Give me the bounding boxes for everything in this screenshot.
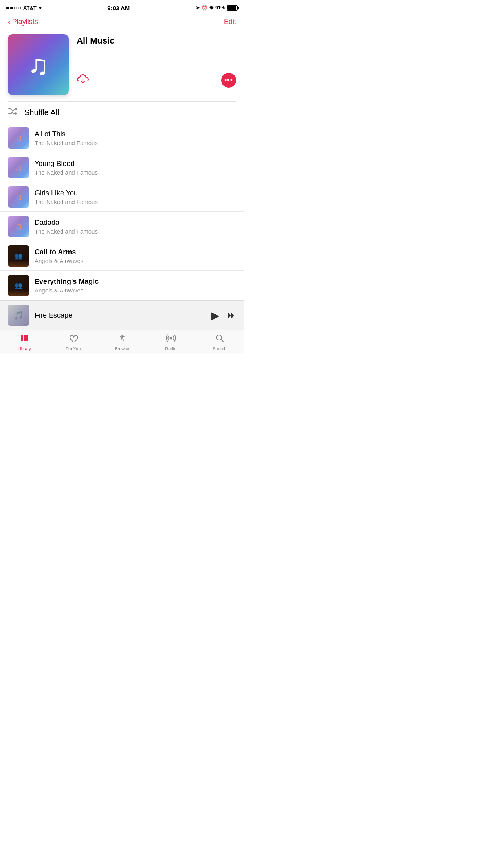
playlist-title: All Music xyxy=(77,36,236,46)
tab-radio-label: Radio xyxy=(165,346,176,351)
svg-point-4 xyxy=(170,337,172,339)
song-artist: The Naked and Famous xyxy=(35,140,236,146)
dot-4 xyxy=(18,7,21,9)
svg-rect-1 xyxy=(24,335,26,341)
carrier-label: AT&T xyxy=(23,5,37,11)
status-bar: AT&T ▾ 9:03 AM ➤ ⏰ ✷ 91% xyxy=(0,0,244,14)
song-item[interactable]: ♫ Girls Like You The Naked and Famous xyxy=(0,182,244,212)
status-right: ➤ ⏰ ✷ 91% xyxy=(196,5,238,11)
heart-icon xyxy=(68,333,78,345)
song-item[interactable]: 👥 Call to Arms Angels & Airwaves xyxy=(0,241,244,271)
battery-percent: 91% xyxy=(215,5,225,11)
song-item[interactable]: ♫ Dadada The Naked and Famous xyxy=(0,212,244,241)
back-chevron-icon: ‹ xyxy=(8,17,11,26)
music-note-icon: ♫ xyxy=(15,132,22,143)
search-icon xyxy=(215,333,224,345)
playlist-info: All Music ••• xyxy=(77,34,236,88)
song-artwork: ♫ xyxy=(8,216,29,237)
more-options-button[interactable]: ••• xyxy=(221,73,236,88)
download-button[interactable] xyxy=(77,74,89,87)
back-button[interactable]: ‹ Playlists xyxy=(8,17,38,26)
song-info: Everything's Magic Angels & Airwaves xyxy=(35,278,236,294)
tab-for-you[interactable]: For You xyxy=(49,333,97,351)
song-info: All of This The Naked and Famous xyxy=(35,130,236,146)
song-title: Young Blood xyxy=(35,160,236,168)
shuffle-all-row[interactable]: Shuffle All xyxy=(0,102,244,123)
song-list: ♫ All of This The Naked and Famous ♫ You… xyxy=(0,123,244,300)
tab-bar: Library For You Browse xyxy=(0,330,244,353)
song-artwork: ♫ xyxy=(8,186,29,208)
dot-1 xyxy=(6,7,9,9)
album-art-figures: 👥 xyxy=(15,282,22,289)
battery-fill xyxy=(227,6,236,10)
playlist-actions: ••• xyxy=(77,73,236,88)
dot-3 xyxy=(14,7,17,9)
song-artist: The Naked and Famous xyxy=(35,228,236,235)
tab-for-you-label: For You xyxy=(66,346,81,351)
now-playing-controls: ▶ ⏭ xyxy=(211,309,236,322)
playlist-header: ♫ All Music ••• xyxy=(0,31,244,101)
tab-library-label: Library xyxy=(18,346,31,351)
song-info: Call to Arms Angels & Airwaves xyxy=(35,248,236,264)
more-dots-icon: ••• xyxy=(224,76,233,85)
play-button[interactable]: ▶ xyxy=(211,309,220,322)
tab-browse-label: Browse xyxy=(115,346,129,351)
status-time: 9:03 AM xyxy=(107,5,130,11)
svg-rect-2 xyxy=(26,335,28,341)
now-playing-art-icon: 🎵 xyxy=(14,311,24,320)
music-note-icon: ♫ xyxy=(15,162,22,173)
song-artist: The Naked and Famous xyxy=(35,199,236,205)
wifi-icon: ▾ xyxy=(39,5,42,11)
song-artist: The Naked and Famous xyxy=(35,169,236,176)
edit-button[interactable]: Edit xyxy=(224,18,236,26)
song-title: Dadada xyxy=(35,219,236,227)
music-note-icon: ♫ xyxy=(15,191,22,202)
tab-browse[interactable]: Browse xyxy=(97,333,146,351)
playlist-artwork: ♫ xyxy=(8,34,69,95)
browse-icon xyxy=(117,333,127,345)
tab-library[interactable]: Library xyxy=(0,333,49,351)
song-artist: Angels & Airwaves xyxy=(35,257,236,264)
song-item[interactable]: ♫ All of This The Naked and Famous xyxy=(0,123,244,153)
shuffle-label: Shuffle All xyxy=(24,108,59,117)
svg-point-3 xyxy=(121,338,123,339)
location-icon: ➤ xyxy=(196,5,200,11)
song-info: Young Blood The Naked and Famous xyxy=(35,160,236,176)
status-left: AT&T ▾ xyxy=(6,5,42,11)
album-art-figures: 👥 xyxy=(15,252,22,260)
library-icon xyxy=(20,333,29,345)
radio-icon xyxy=(166,333,176,345)
tab-radio[interactable]: Radio xyxy=(147,333,195,351)
song-title: All of This xyxy=(35,130,236,138)
song-artwork: ♫ xyxy=(8,127,29,149)
back-label: Playlists xyxy=(12,18,38,26)
music-note-large-icon: ♫ xyxy=(28,51,49,79)
song-artwork: 👥 xyxy=(8,275,29,296)
svg-rect-0 xyxy=(21,335,23,341)
song-item[interactable]: 👥 Everything's Magic Angels & Airwaves xyxy=(0,271,244,300)
now-playing-bar[interactable]: 🎵 Fire Escape ▶ ⏭ xyxy=(0,300,244,330)
song-title: Everything's Magic xyxy=(35,278,236,286)
tab-search[interactable]: Search xyxy=(195,333,244,351)
bluetooth-icon: ✷ xyxy=(209,5,213,11)
song-info: Girls Like You The Naked and Famous xyxy=(35,189,236,205)
song-item[interactable]: ♫ Young Blood The Naked and Famous xyxy=(0,153,244,182)
now-playing-title: Fire Escape xyxy=(35,311,211,320)
song-info: Dadada The Naked and Famous xyxy=(35,219,236,235)
song-title: Girls Like You xyxy=(35,189,236,197)
battery-icon xyxy=(227,5,238,11)
dot-2 xyxy=(10,7,13,9)
music-note-icon: ♫ xyxy=(15,221,22,232)
skip-button[interactable]: ⏭ xyxy=(227,310,236,320)
now-playing-artwork: 🎵 xyxy=(8,305,29,326)
tab-search-label: Search xyxy=(213,346,226,351)
alarm-icon: ⏰ xyxy=(202,5,207,11)
song-artwork: 👥 xyxy=(8,245,29,267)
signal-dots xyxy=(6,7,21,9)
song-artwork: ♫ xyxy=(8,157,29,178)
song-title: Call to Arms xyxy=(35,248,236,256)
nav-header: ‹ Playlists Edit xyxy=(0,14,244,31)
song-artist: Angels & Airwaves xyxy=(35,287,236,294)
battery-tip xyxy=(238,7,239,9)
shuffle-icon xyxy=(8,107,18,118)
